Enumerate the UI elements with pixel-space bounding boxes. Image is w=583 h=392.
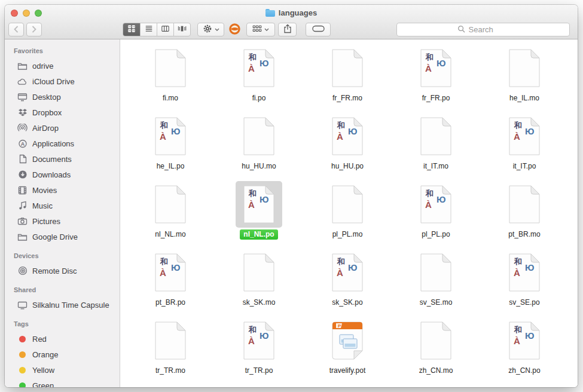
- file-item-sk_SK.po[interactable]: 和 Ю À sk_SK.po: [303, 249, 392, 317]
- file-item-tr_TR.po[interactable]: 和 Ю À tr_TR.po: [215, 317, 303, 385]
- file-item-fi.po[interactable]: 和 Ю À fi.po: [215, 44, 303, 112]
- file-icon: [501, 45, 548, 91]
- cjk-glyph: 和: [514, 326, 522, 333]
- sidebar-item-label: Google Drive: [32, 232, 78, 241]
- sidebar-item-pictures[interactable]: Pictures: [5, 213, 120, 229]
- sidebar-item-airdrop[interactable]: AirDrop: [5, 120, 120, 136]
- sidebar-item-icloud-drive[interactable]: iCloud Drive: [5, 74, 120, 89]
- tags-button[interactable]: [306, 23, 331, 36]
- file-name-label: zh_CN.po: [505, 366, 544, 376]
- sidebar-item-odrive[interactable]: odrive: [5, 58, 120, 74]
- folder-icon: [17, 232, 28, 242]
- sidebar-item-yellow[interactable]: Yellow: [5, 362, 120, 378]
- file-item-pt_BR.po[interactable]: 和 Ю À pt_BR.po: [126, 249, 215, 317]
- file-name-label: fr_FR.mo: [329, 93, 366, 103]
- file-item-hu_HU.mo[interactable]: hu_HU.mo: [215, 112, 303, 180]
- cjk-glyph: 和: [337, 258, 345, 265]
- list-view-button[interactable]: [140, 23, 157, 36]
- cyrillic-glyph: Ю: [348, 127, 357, 136]
- sidebar-section: Shared Silkalnu Time Capsule: [5, 286, 120, 313]
- sidebar-item-google-drive[interactable]: Google Drive: [5, 229, 120, 244]
- file-item-he_IL.po[interactable]: 和 Ю À he_IL.po: [126, 112, 215, 180]
- file-icon: 和 Ю À: [501, 317, 548, 364]
- sidebar-item-green[interactable]: Green: [5, 378, 120, 387]
- tag-color-dot: [17, 365, 28, 375]
- sidebar-item-label: Desktop: [32, 93, 61, 102]
- sidebar-item-documents[interactable]: Documents: [5, 151, 120, 167]
- sidebar-item-label: Red: [32, 335, 47, 344]
- file-item-it_IT.po[interactable]: 和 Ю À it_IT.po: [480, 112, 569, 180]
- file-item-fr_FR.mo[interactable]: fr_FR.mo: [303, 44, 392, 112]
- sidebar-item-downloads[interactable]: Downloads: [5, 167, 120, 182]
- file-item-fi.mo[interactable]: fi.mo: [126, 44, 215, 112]
- sidebar-item-movies[interactable]: Movies: [5, 182, 120, 198]
- file-name-label: nl_NL.po: [240, 229, 277, 240]
- file-item-pt_BR.mo[interactable]: pt_BR.mo: [480, 180, 569, 249]
- sidebar-item-desktop[interactable]: Desktop: [5, 89, 120, 105]
- search-input[interactable]: [468, 24, 509, 35]
- blue-folder-icon: [265, 9, 275, 17]
- file-icon: [501, 181, 548, 228]
- file-item-sv_SE.mo[interactable]: sv_SE.mo: [392, 249, 480, 317]
- cjk-glyph: 和: [249, 53, 257, 61]
- mo-document-icon: [155, 321, 186, 360]
- column-view-button[interactable]: [157, 23, 173, 36]
- icon-view-button[interactable]: [123, 23, 140, 36]
- file-item-pl_PL.mo[interactable]: pl_PL.mo: [303, 180, 392, 249]
- sidebar-item-orange[interactable]: Orange: [5, 347, 120, 362]
- sidebar-item-remote-disc[interactable]: Remote Disc: [5, 263, 120, 278]
- view-switcher: [123, 23, 191, 36]
- file-icon: 和 Ю À: [413, 45, 459, 91]
- forward-button[interactable]: [26, 23, 42, 36]
- file-item-zh_CN.po[interactable]: 和 Ю À zh_CN.po: [480, 317, 569, 385]
- cjk-glyph: 和: [160, 121, 168, 129]
- file-item-hu_HU.po[interactable]: 和 Ю À hu_HU.po: [303, 112, 392, 180]
- file-browser: fi.mo 和 Ю À fi.po fr_FR.mo 和 Ю À fr_FR.p…: [120, 39, 578, 387]
- po-document-icon: 和 Ю À: [155, 253, 186, 292]
- file-item-fr_FR.po[interactable]: 和 Ю À fr_FR.po: [392, 44, 480, 112]
- back-button[interactable]: [8, 23, 24, 36]
- sidebar-item-label: Music: [32, 201, 53, 210]
- po-document-icon: 和 Ю À: [243, 321, 274, 360]
- file-name-label: sv_SE.mo: [416, 298, 456, 308]
- mo-document-icon: [155, 185, 186, 223]
- file-item-nl_NL.mo[interactable]: nl_NL.mo: [126, 180, 215, 249]
- sidebar-item-silkalnu-time-capsule[interactable]: Silkalnu Time Capsule: [5, 297, 120, 313]
- file-icon: [413, 113, 459, 160]
- share-button[interactable]: [278, 23, 297, 36]
- po-document-icon: 和 Ю À: [332, 117, 363, 155]
- sidebar-item-applications[interactable]: A Applications: [5, 136, 120, 151]
- file-item-sv_SE.po[interactable]: 和 Ю À sv_SE.po: [480, 249, 569, 317]
- latin-glyph: À: [337, 132, 343, 141]
- cjk-glyph: 和: [249, 189, 257, 197]
- sidebar-item-dropbox[interactable]: Dropbox: [5, 105, 120, 120]
- svg-text:A: A: [20, 140, 25, 146]
- gear-icon: [203, 24, 212, 36]
- arrange-menu-button[interactable]: [246, 23, 275, 36]
- sidebar-section: Tags Red Orange Yellow Green: [5, 320, 120, 387]
- file-item-tr_TR.mo[interactable]: tr_TR.mo: [126, 317, 215, 385]
- pot-document-icon: P: [332, 321, 363, 360]
- file-item-nl_NL.po[interactable]: 和 Ю À nl_NL.po: [215, 180, 303, 249]
- po-document-icon: 和 Ю À: [509, 117, 540, 155]
- file-item-pl_PL.po[interactable]: 和 Ю À pl_PL.po: [392, 180, 480, 249]
- sidebar-section: Devices Remote Disc: [5, 252, 120, 278]
- file-item-it_IT.mo[interactable]: it_IT.mo: [392, 112, 480, 180]
- cjk-glyph: 和: [337, 121, 345, 129]
- file-item-sk_SK.mo[interactable]: sk_SK.mo: [215, 249, 303, 317]
- latin-glyph: À: [514, 132, 520, 141]
- cyrillic-glyph: Ю: [260, 59, 268, 68]
- file-name-label: fr_FR.po: [419, 93, 454, 103]
- file-item-travelify.pot[interactable]: P travelify.pot: [303, 317, 392, 385]
- file-item-zh_CN.mo[interactable]: zh_CN.mo: [392, 317, 480, 385]
- sidebar-section-title: Tags: [5, 320, 120, 329]
- tag-color-dot: [17, 334, 28, 344]
- po-document-icon: 和 Ю À: [155, 117, 186, 155]
- sidebar-item-red[interactable]: Red: [5, 331, 120, 347]
- coverflow-view-button[interactable]: [173, 23, 190, 36]
- file-item-he_IL.mo[interactable]: he_IL.mo: [480, 44, 569, 112]
- action-menu-button[interactable]: [197, 23, 224, 36]
- odrive-toolbar-button[interactable]: [227, 23, 242, 36]
- sidebar-item-music[interactable]: Music: [5, 198, 120, 213]
- search-field[interactable]: [396, 23, 570, 36]
